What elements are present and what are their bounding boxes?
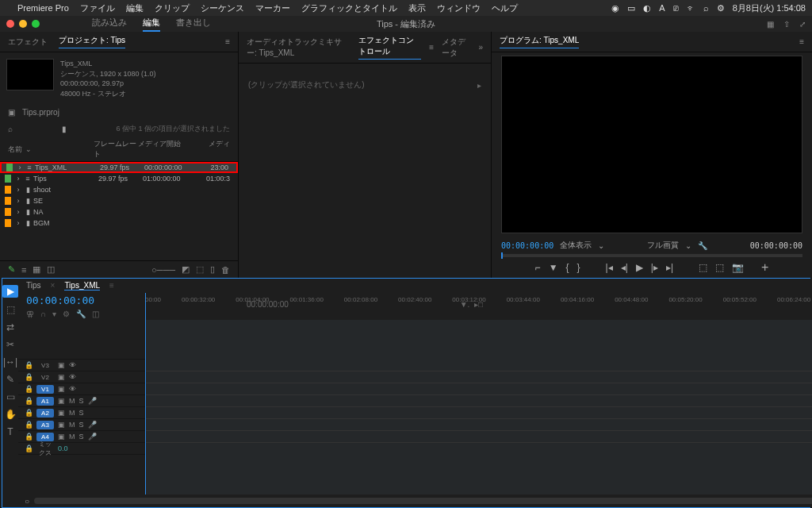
track-content[interactable] xyxy=(145,320,812,495)
out-point-icon[interactable]: } xyxy=(577,262,580,273)
program-tc-left[interactable]: 00:00:00:00 xyxy=(501,241,553,250)
hand-tool[interactable]: ✋ xyxy=(5,409,17,420)
snap-icon[interactable]: ⚢ xyxy=(26,310,34,318)
expand-icon[interactable]: › xyxy=(14,197,22,205)
marker-icon[interactable]: ▾ xyxy=(52,310,56,318)
label-chip[interactable] xyxy=(5,208,11,216)
program-scrubber[interactable] xyxy=(501,254,802,257)
timeline-timecode[interactable]: 00:00:00:00 xyxy=(26,294,137,306)
eye-icon[interactable]: 👁 xyxy=(69,361,76,369)
step-fwd-icon[interactable]: |▸ xyxy=(651,262,658,273)
timeline-tab-tips[interactable]: Tips xyxy=(26,281,41,291)
voice-over-icon[interactable]: 🎤 xyxy=(88,421,97,429)
solo-icon[interactable]: S xyxy=(79,433,84,441)
play-icon[interactable]: ▸ xyxy=(477,81,481,90)
overflow-icon[interactable]: » xyxy=(478,43,483,52)
play-button[interactable]: ▶ xyxy=(636,262,643,273)
menu-marker[interactable]: マーカー xyxy=(255,2,290,14)
mute-icon[interactable]: M xyxy=(69,421,75,429)
lock-icon[interactable]: 🔒 xyxy=(25,385,33,393)
playhead-icon[interactable] xyxy=(501,252,503,259)
workspace-edit[interactable]: 編集 xyxy=(143,17,160,32)
bin-row[interactable]: ›▮BGM xyxy=(0,217,238,229)
menu-window[interactable]: ウィンドウ xyxy=(437,2,481,14)
track-v1[interactable]: V1 xyxy=(36,385,54,394)
eye-icon[interactable]: 👁 xyxy=(69,373,76,381)
toggle-output-icon[interactable]: ▣ xyxy=(58,397,65,405)
track-v3[interactable]: V3 xyxy=(36,361,54,370)
maximize-button[interactable] xyxy=(32,20,40,28)
panel-menu-icon[interactable]: ≡ xyxy=(799,37,804,46)
wrench-icon[interactable]: 🔧 xyxy=(76,310,86,318)
toggle-output-icon[interactable]: ▣ xyxy=(58,361,65,369)
wifi-icon[interactable]: ᯤ xyxy=(687,3,695,13)
eye-icon[interactable]: 👁 xyxy=(69,385,76,393)
control-center-icon[interactable]: ⚙ xyxy=(717,3,725,13)
bin-row[interactable]: ›▮SE xyxy=(0,195,238,206)
new-bin-icon[interactable]: ▯ xyxy=(210,264,215,275)
menu-graphics[interactable]: グラフィックとタイトル xyxy=(301,2,397,14)
scroll-handle-left[interactable]: ○ xyxy=(25,497,29,506)
mute-icon[interactable]: M xyxy=(69,409,75,417)
linked-icon[interactable]: ∩ xyxy=(40,310,46,318)
lift-icon[interactable]: ⬚ xyxy=(699,262,707,273)
track-v2[interactable]: V2 xyxy=(36,373,54,382)
tab-project[interactable]: プロジェクト: Tips xyxy=(59,35,125,48)
lock-icon[interactable]: 🔒 xyxy=(25,397,33,405)
lock-icon[interactable]: 🔒 xyxy=(25,361,33,369)
goto-in-icon[interactable]: |◂ xyxy=(606,262,613,273)
caption-icon[interactable]: ◫ xyxy=(92,310,99,318)
selection-tool[interactable]: ▶ xyxy=(2,285,18,298)
workspace-export[interactable]: 書き出し xyxy=(176,17,211,32)
solo-icon[interactable]: S xyxy=(79,409,84,417)
voice-over-icon[interactable]: 🎤 xyxy=(88,397,97,405)
search-icon[interactable]: ⌕ xyxy=(703,3,709,13)
screen-icon[interactable]: ⎚ xyxy=(673,3,679,13)
timeline-tab-tips-xml[interactable]: Tips_XML xyxy=(64,281,100,291)
tab-effect-controls[interactable]: エフェクトコントロール xyxy=(358,35,422,60)
fit-dropdown[interactable]: 全体表示 xyxy=(560,240,592,251)
panel-menu-icon[interactable]: ≡ xyxy=(429,43,434,52)
menu-file[interactable]: ファイル xyxy=(80,2,115,14)
panel-menu-icon[interactable]: ≡ xyxy=(225,37,230,46)
menu-clip[interactable]: クリップ xyxy=(155,2,190,14)
export-frame-icon[interactable]: 📷 xyxy=(732,262,744,273)
quality-dropdown[interactable]: フル画質 xyxy=(647,240,679,251)
search-icon[interactable]: ⌕ xyxy=(8,125,13,133)
close-button[interactable] xyxy=(6,20,14,28)
mix-value[interactable]: 0.0 xyxy=(58,444,68,452)
trash-icon[interactable]: 🗑 xyxy=(221,265,230,275)
extract-icon[interactable]: ⬚ xyxy=(715,262,724,273)
program-viewer[interactable] xyxy=(501,56,802,233)
status-icon[interactable]: A xyxy=(659,3,665,13)
step-back-icon[interactable]: ◂| xyxy=(621,262,628,273)
timeline-scrollbar[interactable] xyxy=(34,498,812,504)
col-name[interactable]: 名前⌄ xyxy=(8,139,94,160)
label-chip[interactable] xyxy=(5,175,11,183)
ripple-tool[interactable]: ⇄ xyxy=(6,321,14,333)
clock[interactable]: 8月8日(火) 1:54:08 xyxy=(733,2,806,14)
expand-icon[interactable]: › xyxy=(14,175,22,183)
project-file-row[interactable]: ▣ Tips.prproj xyxy=(0,105,238,120)
menu-edit[interactable]: 編集 xyxy=(126,2,144,14)
solo-icon[interactable]: S xyxy=(79,421,84,429)
fullscreen-icon[interactable]: ⤢ xyxy=(799,20,806,29)
bin-row[interactable]: ›≡Tips_XML29.97 fps00:00:00:0023:00 xyxy=(0,162,238,173)
menu-view[interactable]: 表示 xyxy=(408,2,426,14)
col-media-start[interactable]: メディア開始 xyxy=(138,139,189,160)
zoom-slider[interactable]: ○─── xyxy=(151,265,175,275)
track-a1[interactable]: A1 xyxy=(36,397,54,406)
tab-metadata[interactable]: メタデータ xyxy=(442,37,470,59)
track-select-tool[interactable]: ⬚ xyxy=(6,304,15,315)
col-media-end[interactable]: メディ xyxy=(189,139,230,160)
lock-icon[interactable]: 🔒 xyxy=(25,433,33,441)
icon-view-icon[interactable]: ▦ xyxy=(33,264,40,275)
dropdown-icon[interactable]: ⌄ xyxy=(598,241,604,250)
share-icon[interactable]: ⇧ xyxy=(783,20,790,29)
label-chip[interactable] xyxy=(6,164,13,171)
label-chip[interactable] xyxy=(5,219,11,227)
status-icon[interactable]: ▭ xyxy=(627,3,635,13)
razor-tool[interactable]: ✂ xyxy=(6,339,14,350)
expand-icon[interactable]: › xyxy=(14,186,22,194)
toggle-output-icon[interactable]: ▣ xyxy=(58,409,65,417)
